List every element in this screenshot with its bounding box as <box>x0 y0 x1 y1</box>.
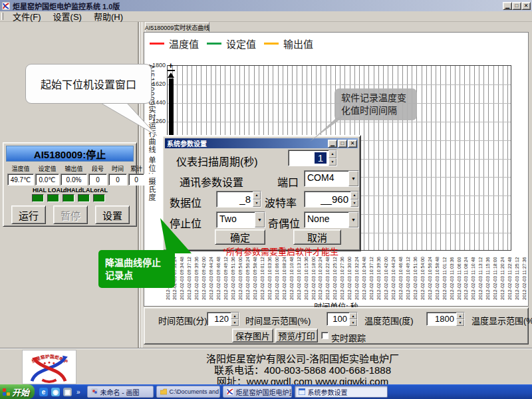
gridline <box>503 66 503 250</box>
system-params-dialog: 系统参数设置 ▁ □ ✕ 仪表扫描周期(秒) 1 ▲▼ 通讯参数设置 端口 CO… <box>162 135 361 251</box>
spin-up-icon[interactable]: ▲ <box>456 313 464 319</box>
device-field: 段号0 <box>88 164 107 186</box>
menu-file[interactable]: 文件(F) <box>7 10 47 23</box>
taskbar-item-monitor-app[interactable]: 炬星窑炉国炬电炉监... <box>223 386 292 398</box>
x-tick-label: 2012-02-03 09:58:48 <box>253 253 259 300</box>
more-icons-chevron[interactable]: » <box>76 388 80 396</box>
x-tick-label: 2012-02-03 10:25:12 <box>332 253 338 300</box>
spin-down-icon[interactable]: ▼ <box>231 319 239 326</box>
gridline <box>436 66 436 250</box>
x-tick-label: 2012-02-03 11:25:12 <box>515 253 521 300</box>
device-field: 时间0 <box>108 164 127 186</box>
x-tick-label: 2012-02-03 10:42:00 <box>384 253 390 300</box>
time-range-spinner[interactable]: 120 ▲▼ <box>207 312 239 326</box>
x-tick-label: 2012-02-03 10:27:36 <box>340 253 346 300</box>
gridline <box>446 66 446 250</box>
app-icon <box>2 2 10 10</box>
maximize-icon[interactable]: □ <box>338 140 347 148</box>
task-buttons: 未命名 - 画图 C:\Documents and Se... 炬星窑炉国炬电炉… <box>87 386 388 398</box>
realtime-track-checkbox[interactable] <box>321 332 329 339</box>
spin-up-icon[interactable]: ▲ <box>329 150 336 158</box>
minimize-icon[interactable]: ▁ <box>328 140 337 148</box>
preview-print-button[interactable]: 预览/打印 <box>275 329 318 342</box>
baud-spinner[interactable]: __960 ▲▼ <box>304 191 359 207</box>
spin-down-icon[interactable]: ▼ <box>456 319 464 326</box>
spin-down-icon[interactable]: ▼ <box>350 200 358 207</box>
temp-range-spinner[interactable]: 1800 ▲▼ <box>426 312 465 326</box>
spin-up-icon[interactable]: ▲ <box>349 313 357 319</box>
scan-period-value: 1 <box>315 152 327 164</box>
indicator-label: orAL <box>94 187 108 194</box>
minimize-button[interactable]: ▁ <box>503 2 512 10</box>
y-slider-arrow-icon[interactable] <box>168 72 174 78</box>
realtime-track-label: 实时跟踪 <box>331 331 366 344</box>
save-image-button[interactable]: 保存图片 <box>232 329 273 342</box>
temperature-series-swatch <box>150 43 164 45</box>
y-slider-mark <box>168 70 175 71</box>
x-tick-label: 2012-02-03 10:46:48 <box>398 253 404 300</box>
gridline <box>431 66 432 250</box>
x-tick-label: 2012-02-03 09:42:00 <box>201 253 207 300</box>
gridline <box>168 122 511 122</box>
spin-up-icon[interactable]: ▲ <box>231 313 239 319</box>
parity-combobox[interactable]: None ▼ <box>304 211 359 228</box>
spin-up-icon[interactable]: ▲ <box>350 192 358 200</box>
x-tick-label: 2012-02-03 09:56:24 <box>245 253 251 300</box>
port-label: 端口 <box>277 174 299 190</box>
x-tick-label: 2012-02-03 09:51:36 <box>231 253 237 300</box>
spin-down-icon[interactable]: ▼ <box>329 158 336 166</box>
ok-button[interactable]: 确定 <box>215 229 265 245</box>
quick-launch-icon[interactable]: ◉ <box>51 388 60 396</box>
legend-item-setpoint: 设定值 <box>207 37 256 51</box>
x-tick-label: 2012-02-03 10:30:00 <box>347 253 353 300</box>
run-button[interactable]: 运行 <box>11 205 46 224</box>
quick-launch-icon[interactable]: ▣ <box>63 388 72 396</box>
databits-spinner[interactable]: _8 ▲▼ <box>216 191 261 207</box>
device-field: 累计0 <box>128 164 144 186</box>
dialog-titlebar[interactable]: 系统参数设置 ▁ □ ✕ <box>165 138 358 148</box>
spin-down-icon[interactable]: ▼ <box>253 200 261 207</box>
gridline <box>450 66 451 250</box>
menu-settings[interactable]: 设置(S) <box>47 10 88 23</box>
x-tick-label: 2012-02-03 10:08:24 <box>282 253 288 300</box>
chevron-down-icon[interactable]: ▼ <box>348 171 358 186</box>
x-tick-label: 2012-02-03 09:44:24 <box>209 253 215 300</box>
maximize-button[interactable]: □ <box>512 2 521 10</box>
cancel-button[interactable]: 取消 <box>293 229 341 245</box>
start-button[interactable]: 开始 <box>0 384 35 399</box>
gridline <box>483 66 484 250</box>
y-scrollbar-thumb[interactable] <box>169 78 174 136</box>
temp-display-label: 温度显示范围(% <box>471 314 532 327</box>
chevron-down-icon[interactable]: ▼ <box>255 212 265 227</box>
spin-up-icon[interactable]: ▲ <box>253 192 261 200</box>
stopbits-combobox[interactable]: Two ▼ <box>216 211 265 228</box>
gridline <box>493 66 494 250</box>
setup-button[interactable]: 设置 <box>95 205 130 224</box>
scan-period-spinner[interactable]: 1 ▲▼ <box>288 150 337 166</box>
app-icon <box>227 388 233 395</box>
taskbar-item-system-params[interactable]: 系统参数设置 <box>295 386 388 398</box>
device-field: 设定值0.0℃ <box>35 164 59 186</box>
tab-realtime-curve[interactable]: AI5180009实时状态曲线 <box>145 22 209 33</box>
port-combobox[interactable]: COM4 ▼ <box>304 170 359 187</box>
taskbar-item-paint[interactable]: 未命名 - 画图 <box>87 386 154 398</box>
close-icon[interactable]: ✕ <box>348 140 357 148</box>
x-tick-label: 2012-02-03 10:20:24 <box>318 253 324 300</box>
chevron-down-icon[interactable]: ▼ <box>348 212 358 227</box>
x-tick-label: 2012-02-03 10:44:24 <box>391 253 397 300</box>
spin-down-icon[interactable]: ▼ <box>349 319 357 326</box>
taskbar-item-explorer[interactable]: C:\Documents and Se... <box>156 386 220 398</box>
pause-button[interactable]: 暂停 <box>53 205 88 224</box>
menu-help[interactable]: 帮助(H) <box>88 10 129 23</box>
internet-explorer-icon[interactable]: e <box>39 388 48 396</box>
x-tick-label: 2012-02-03 11:01:12 <box>442 253 448 300</box>
company-logo: 炬星窑炉国炬电炉 <box>22 350 76 384</box>
windows-logo-icon <box>3 388 10 396</box>
field-value: 0.0% <box>61 174 87 186</box>
stopbits-label: 停止位 <box>170 215 201 231</box>
indicator-label: dHAL <box>63 187 79 194</box>
y-zoom-plus-icon[interactable]: + <box>168 61 174 70</box>
close-button[interactable]: ✕ <box>521 2 531 10</box>
field-value: 49.7℃ <box>7 174 34 186</box>
time-display-spinner[interactable]: 100 ▲▼ <box>327 312 358 326</box>
